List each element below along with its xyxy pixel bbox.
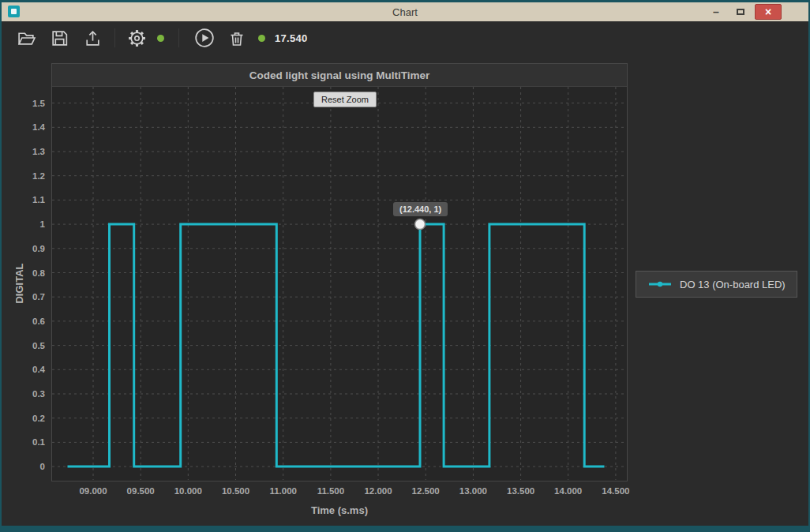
settings-status-dot (157, 35, 164, 42)
minimize-button[interactable]: – (706, 4, 726, 20)
svg-text:0.5: 0.5 (32, 341, 46, 350)
legend-line-icon (647, 279, 673, 289)
svg-text:Time (s.ms): Time (s.ms) (311, 504, 368, 516)
time-counter: 17.540 (275, 32, 308, 44)
chart-plot-area[interactable]: 09.00009.50010.00010.50011.00011.50012.0… (16, 62, 632, 523)
svg-text:1: 1 (40, 219, 46, 229)
toolbar-separator (178, 28, 179, 47)
svg-text:DIGITAL: DIGITAL (16, 263, 25, 303)
maximize-icon (737, 9, 744, 15)
svg-text:11.000: 11.000 (269, 486, 297, 496)
window-controls: – × (706, 4, 782, 20)
svg-text:0.6: 0.6 (32, 317, 45, 326)
svg-text:1.3: 1.3 (32, 147, 45, 156)
svg-text:13.000: 13.000 (459, 486, 487, 496)
window-title: Chart (2, 6, 808, 18)
svg-text:0.4: 0.4 (32, 365, 46, 374)
delete-button[interactable] (226, 28, 247, 49)
svg-text:0.8: 0.8 (32, 268, 46, 278)
open-file-button[interactable] (16, 28, 37, 49)
svg-text:10.500: 10.500 (222, 486, 249, 496)
settings-button[interactable] (126, 28, 148, 49)
export-icon (83, 28, 103, 48)
save-button[interactable] (49, 28, 70, 49)
svg-text:0.2: 0.2 (32, 414, 45, 423)
trash-icon (227, 28, 246, 47)
svg-text:13.500: 13.500 (507, 486, 534, 496)
svg-text:14.500: 14.500 (602, 486, 629, 496)
titlebar: Chart – × (2, 2, 808, 21)
svg-text:1.4: 1.4 (32, 122, 46, 132)
toolbar: 17.540 (2, 21, 808, 54)
svg-text:11.500: 11.500 (317, 486, 345, 496)
maximize-button[interactable] (730, 4, 751, 20)
close-button[interactable]: × (755, 4, 782, 20)
save-icon (50, 28, 69, 48)
legend[interactable]: DO 13 (On-board LED) (636, 271, 797, 298)
reset-zoom-button[interactable]: Reset Zoom (313, 92, 377, 107)
window-border-bottom (0, 526, 810, 532)
svg-text:0.1: 0.1 (32, 437, 46, 447)
app-window: Chart – × (0, 0, 810, 532)
gear-icon (127, 28, 147, 48)
svg-text:12.500: 12.500 (412, 486, 440, 496)
legend-label: DO 13 (On-board LED) (680, 279, 786, 290)
window-border-left (0, 0, 2, 532)
svg-text:14.000: 14.000 (554, 486, 582, 496)
run-status-dot (258, 35, 265, 42)
svg-text:0.9: 0.9 (32, 244, 45, 253)
svg-text:0.3: 0.3 (32, 389, 45, 399)
svg-text:1.5: 1.5 (32, 99, 46, 108)
svg-text:09.500: 09.500 (127, 486, 155, 496)
cursor-tooltip: (12.440, 1) (393, 202, 448, 216)
svg-text:1.2: 1.2 (32, 171, 45, 181)
svg-text:12.000: 12.000 (364, 486, 392, 496)
svg-text:0.7: 0.7 (32, 292, 45, 302)
svg-text:0: 0 (40, 462, 45, 471)
toolbar-separator (114, 28, 115, 47)
play-icon (194, 28, 215, 48)
play-button[interactable] (193, 28, 215, 49)
open-folder-icon (17, 28, 36, 48)
svg-text:09.000: 09.000 (79, 486, 107, 496)
svg-text:1.1: 1.1 (32, 195, 46, 204)
export-button[interactable] (82, 28, 103, 49)
svg-text:10.000: 10.000 (174, 486, 202, 496)
